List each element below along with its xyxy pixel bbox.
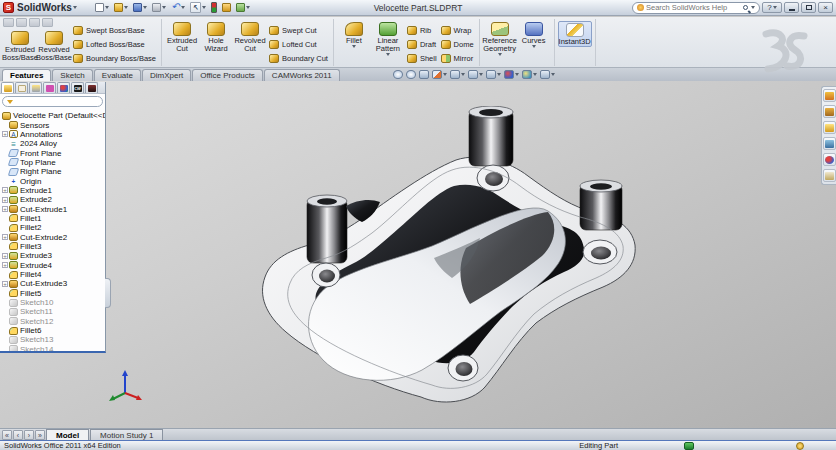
save-button[interactable] [131,1,149,14]
options-button[interactable] [220,1,233,14]
expand-icon[interactable]: + [0,253,9,259]
instant3d-button[interactable]: Instant3D [558,21,592,47]
tree-item-extrude3[interactable]: +Extrude3 [0,251,105,260]
draft-button[interactable]: Draft [405,37,439,51]
bolt-hole-bottom[interactable] [448,355,478,381]
expand-icon[interactable]: + [0,206,9,212]
linear-pattern-button[interactable]: Linear Pattern [371,21,405,56]
tree-item-origin[interactable]: +Origin [0,176,105,185]
expand-icon[interactable]: + [0,234,9,240]
zoom-to-fit-button[interactable] [392,70,404,79]
fillet-button[interactable]: Fillet [337,21,371,48]
view-orientation-button[interactable] [449,70,466,79]
tab-camworks-2011[interactable]: CAMWorks 2011 [264,69,340,81]
tree-item-sketch10[interactable]: Sketch10 [0,298,105,307]
expand-icon[interactable]: + [0,187,9,193]
configurationmanager-tab[interactable] [29,82,42,93]
extruded-cut-button[interactable]: Extruded Cut [165,21,199,53]
tab-evaluate[interactable]: Evaluate [94,69,141,81]
tree-item-fillet6[interactable]: Fillet6 [0,326,105,335]
next-tab-button[interactable]: › [24,430,34,440]
graphics-area[interactable] [0,81,836,428]
search-options-icon[interactable] [751,6,755,9]
camworks-feature-tree-tab[interactable]: CW [71,82,84,93]
tree-item-sketch14[interactable]: Sketch14 [0,345,105,351]
featuremanager-design-tree-tab[interactable] [1,82,14,93]
expand-icon[interactable]: + [0,131,9,137]
expand-icon[interactable]: + [0,281,9,287]
extruded-boss-base-button[interactable]: Extruded Boss/Base [3,30,37,62]
panel-collapse-handle[interactable] [105,278,111,308]
previous-tab-button[interactable]: ‹ [13,430,23,440]
tree-item-sketch11[interactable]: Sketch11 [0,307,105,316]
tab-features[interactable]: Features [2,69,51,81]
tree-item-top-plane[interactable]: Top Plane [0,158,105,167]
rib-button[interactable]: Rib [405,23,439,37]
tree-item-front-plane[interactable]: Front Plane [0,148,105,157]
search-input[interactable] [646,3,741,12]
boss-left[interactable] [307,195,347,263]
tab-office-products[interactable]: Office Products [192,69,263,81]
hole-wizard-button[interactable]: Hole Wizard [199,21,233,53]
boundary-cut-button[interactable]: Boundary Cut [267,51,330,65]
close-button[interactable]: × [818,2,833,13]
minimize-button[interactable] [784,2,799,13]
tree-item-fillet3[interactable]: Fillet3 [0,242,105,251]
swept-cut-button[interactable]: Swept Cut [267,23,330,37]
tree-item-annotations[interactable]: +AAnnotations [0,130,105,139]
previous-view-button[interactable] [418,70,430,79]
swept-boss-base-button[interactable]: Swept Boss/Base [71,23,158,37]
tree-item-fillet2[interactable]: Fillet2 [0,223,105,232]
custom-properties-button[interactable] [823,169,836,182]
bolt-hole-left[interactable] [312,263,340,287]
help-button[interactable]: ? [762,2,782,13]
displaymanager-tab[interactable] [57,82,70,93]
boss-right[interactable] [580,180,622,230]
hide-show-items-button[interactable] [485,70,502,79]
rebuild-button[interactable] [209,1,219,14]
tree-item-fillet5[interactable]: Fillet5 [0,289,105,298]
boundary-boss-base-button[interactable]: Boundary Boss/Base [71,51,158,65]
tab-dimxpert[interactable]: DimXpert [142,69,191,81]
shell-button[interactable]: Shell [405,51,439,65]
tree-item-2024-alloy[interactable]: ≡2024 Alloy [0,139,105,148]
dome-button[interactable]: Dome [439,37,476,51]
tree-item-cut-extrude1[interactable]: +Cut-Extrude1 [0,204,105,213]
help-search-box[interactable] [632,2,760,14]
tree-item-fillet4[interactable]: Fillet4 [0,270,105,279]
restore-button[interactable] [801,2,816,13]
tree-filter-input[interactable] [15,97,98,106]
tree-item-fillet1[interactable]: Fillet1 [0,214,105,223]
appearances-scenes-button[interactable] [823,153,836,166]
tree-item-extrude2[interactable]: +Extrude2 [0,195,105,204]
camworks-operation-tree-tab[interactable] [85,82,98,93]
revolved-cut-button[interactable]: Revolved Cut [233,21,267,53]
boss-top[interactable] [469,106,513,166]
velocette-part-3d-model[interactable] [228,106,658,406]
tree-item-extrude4[interactable]: +Extrude4 [0,261,105,270]
expand-icon[interactable]: + [0,197,9,203]
revolved-boss-base-button[interactable]: Revolved Boss/Base [37,30,71,62]
select-button[interactable]: ↖ [188,1,208,14]
mirror-button[interactable]: Mirror [439,51,476,65]
view-settings-button[interactable] [539,70,556,79]
tree-item-sensors[interactable]: Sensors [0,120,105,129]
file-explorer-button[interactable] [823,121,836,134]
solidworks-resources-button[interactable] [823,89,836,102]
last-tab-button[interactable]: » [35,430,45,440]
propertymanager-tab[interactable] [15,82,28,93]
bolt-hole-top[interactable] [477,165,509,191]
curves-button[interactable]: Curves [517,21,551,48]
undo-button[interactable]: ↶ [169,1,187,14]
dimxpertmanager-tab[interactable] [43,82,56,93]
print-button[interactable] [150,1,168,14]
view-palette-button[interactable] [823,137,836,150]
bolt-hole-right[interactable] [583,240,617,264]
tab-model[interactable]: Model [46,429,89,440]
expand-icon[interactable]: + [0,262,9,268]
section-view-button[interactable] [431,70,448,79]
status-indicator-icon[interactable] [684,442,694,450]
apply-scene-button[interactable] [521,70,538,79]
tree-item-cut-extrude2[interactable]: +Cut-Extrude2 [0,232,105,241]
quick-tips-icon[interactable] [796,442,804,450]
